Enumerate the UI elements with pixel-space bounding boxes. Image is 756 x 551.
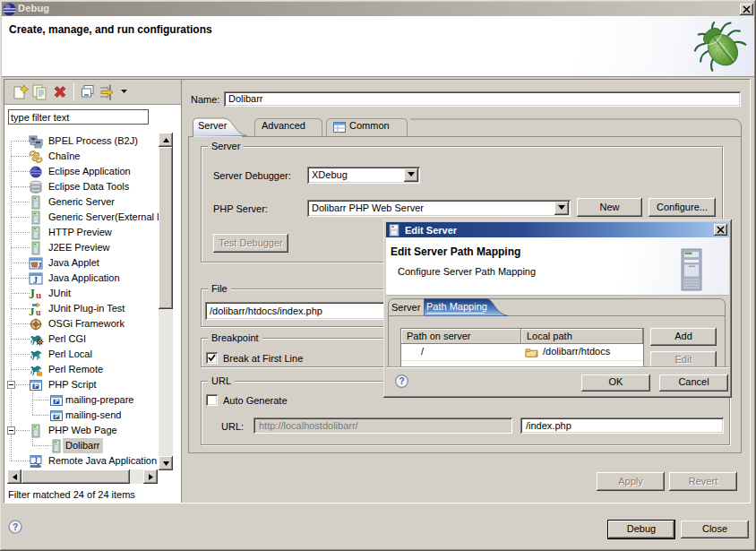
svg-text:?: ? — [399, 376, 405, 386]
svg-text:?: ? — [13, 522, 18, 532]
